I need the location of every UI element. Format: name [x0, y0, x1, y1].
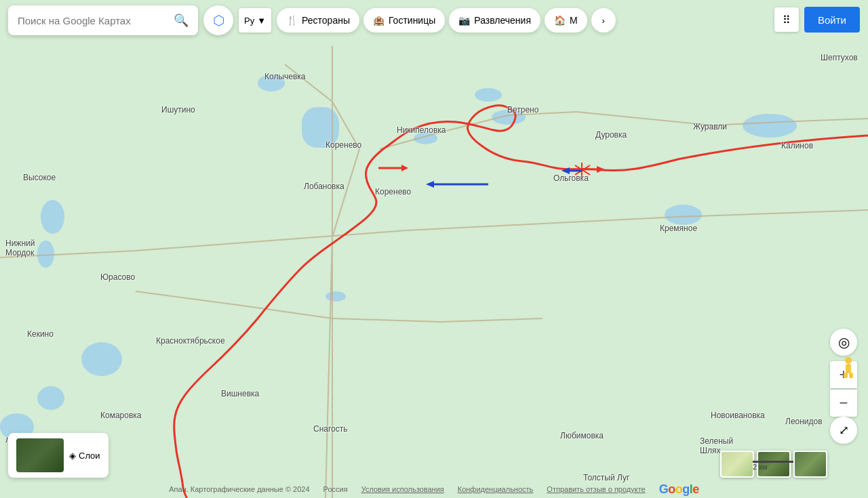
scale-label: 2 км	[753, 463, 768, 471]
entertainment-icon: 📷	[458, 15, 470, 26]
layers-label: Слои	[79, 451, 100, 461]
svg-rect-8	[846, 364, 851, 373]
expand-icon: ⤢	[839, 423, 849, 438]
layers-diamond-icon: ◈	[69, 451, 76, 461]
svg-point-7	[845, 357, 852, 364]
search-icon[interactable]: 🔍	[174, 13, 189, 28]
water-body	[37, 386, 64, 410]
home-icon: 🏠	[554, 15, 566, 26]
feedback-link[interactable]: Отправить отзыв о продукте	[547, 485, 645, 493]
water-body	[743, 114, 797, 138]
terms-link[interactable]: Условия использования	[361, 485, 444, 493]
bottom-bar: Апан. Картографические данные © 2024 Рос…	[0, 480, 868, 498]
top-right-controls: ⠿ Войти	[774, 7, 860, 33]
search-input[interactable]	[18, 15, 168, 26]
water-body	[81, 342, 122, 376]
apps-grid-button[interactable]: ⠿	[774, 7, 799, 32]
water-body	[326, 291, 346, 302]
search-box[interactable]: 🔍	[8, 5, 198, 35]
restaurants-label: Рестораны	[302, 15, 350, 26]
restaurants-icon: 🍴	[286, 15, 298, 26]
hotels-icon: 🏨	[373, 15, 384, 26]
zoom-out-button[interactable]: −	[830, 390, 857, 417]
compass-button[interactable]: ◎	[830, 329, 857, 356]
copyright-data: Апан. Картографические данные © 2024	[169, 485, 309, 493]
filter-restaurants[interactable]: 🍴 Рестораны	[277, 8, 359, 33]
svg-rect-9	[844, 373, 848, 378]
water-body	[665, 205, 702, 225]
compass-icon: ◎	[838, 334, 850, 350]
water-body	[302, 107, 339, 148]
satellite-thumbnail	[16, 438, 64, 472]
water-body	[475, 88, 502, 102]
google-logo: Google	[659, 482, 699, 497]
hotels-label: Гостиницы	[389, 15, 435, 26]
map-background	[0, 0, 868, 498]
filter-m-label: М	[570, 15, 578, 26]
filter-bar: 🍴 Рестораны 🏨 Гостиницы 📷 Развлечения 🏠 …	[277, 8, 616, 33]
layers-button[interactable]: ◈ Слои	[8, 433, 108, 478]
svg-rect-10	[849, 373, 853, 378]
water-body	[414, 132, 437, 144]
filter-more1[interactable]: 🏠 М	[545, 8, 587, 33]
map-type-terrain[interactable]	[720, 451, 754, 478]
expand-button[interactable]: ⤢	[830, 417, 857, 444]
pegman-button[interactable]	[841, 356, 856, 383]
map-type-hybrid[interactable]	[793, 451, 827, 478]
scale-bar: 2 км	[753, 461, 793, 471]
water-body	[492, 110, 526, 125]
more-filters-button[interactable]: ›	[591, 8, 616, 33]
map-container: Шептухов Колычевка Ишутино Ветрено Никип…	[0, 0, 868, 498]
privacy-link[interactable]: Конфиденциальность	[458, 485, 534, 493]
chevron-right-icon: ›	[601, 16, 604, 26]
water-body	[41, 200, 64, 234]
entertainment-label: Развлечения	[474, 15, 531, 26]
water-body	[258, 75, 285, 91]
water-body	[37, 241, 54, 268]
directions-button[interactable]: ⬡	[203, 5, 233, 35]
login-button[interactable]: Войти	[804, 7, 860, 33]
copyright-country: Россия	[323, 485, 348, 493]
directions-icon: ⬡	[213, 12, 224, 28]
filter-entertainment[interactable]: 📷 Развлечения	[449, 8, 540, 33]
filter-hotels[interactable]: 🏨 Гостиницы	[363, 8, 445, 33]
grid-icon: ⠿	[783, 14, 791, 26]
